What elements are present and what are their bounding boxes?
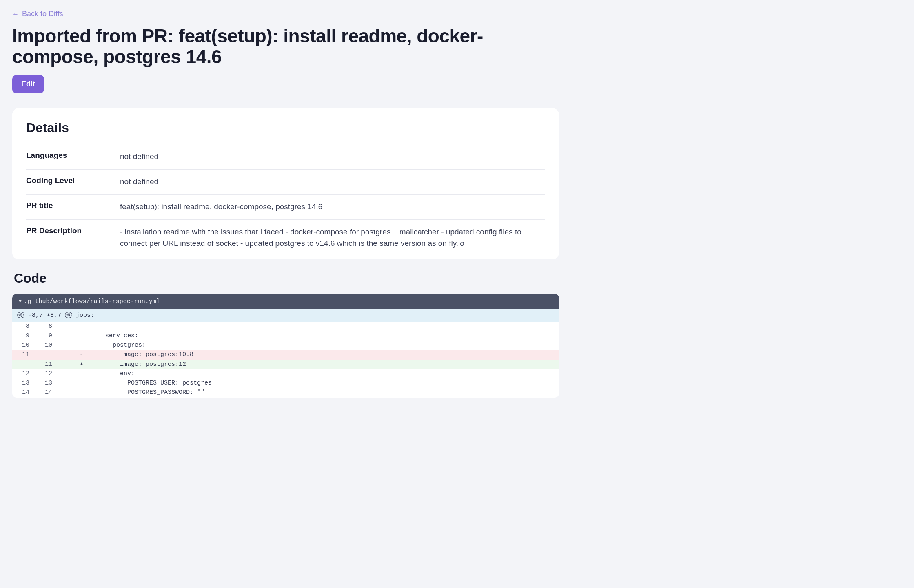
details-value: not defined: [120, 151, 545, 163]
edit-button[interactable]: Edit: [12, 75, 44, 93]
diff-sign: -: [58, 350, 91, 359]
line-number-new: [35, 350, 58, 359]
details-value: feat(setup): install readme, docker-comp…: [120, 201, 545, 213]
details-row: PR Description- installation readme with…: [26, 220, 545, 256]
line-number-old: [12, 360, 35, 369]
diff-content: image: postgres:12: [91, 360, 559, 369]
diff-file-header[interactable]: ▼ .github/workflows/rails-rspec-run.yml: [12, 294, 559, 309]
back-to-diffs-link[interactable]: ← Back to Diffs: [12, 10, 63, 18]
code-heading: Code: [14, 271, 559, 286]
line-number-new: 10: [35, 340, 58, 350]
line-number-old: 14: [12, 388, 35, 397]
diff-sign: [58, 331, 91, 340]
diff-line: 99 services:: [12, 331, 559, 340]
diff-sign: [58, 378, 91, 388]
diff-content: image: postgres:10.8: [91, 350, 559, 359]
diff-sign: [58, 369, 91, 378]
diff-line: 1414 POSTGRES_PASSWORD: "": [12, 388, 559, 397]
details-value: - installation readme with the issues th…: [120, 226, 545, 250]
diff-file-path: .github/workflows/rails-rspec-run.yml: [24, 298, 160, 305]
diff-container: ▼ .github/workflows/rails-rspec-run.yml …: [12, 294, 559, 398]
diff-content: postgres:: [91, 340, 559, 350]
diff-sign: [58, 340, 91, 350]
chevron-down-icon: ▼: [19, 299, 22, 304]
details-row: Coding Levelnot defined: [26, 170, 545, 195]
details-value: not defined: [120, 176, 545, 188]
diff-line: 1313 POSTGRES_USER: postgres: [12, 378, 559, 388]
diff-content: POSTGRES_PASSWORD: "": [91, 388, 559, 397]
diff-line: 1010 postgres:: [12, 340, 559, 350]
diff-line: 11+ image: postgres:12: [12, 360, 559, 369]
details-label: PR Description: [26, 226, 120, 235]
diff-content: env:: [91, 369, 559, 378]
line-number-new: 11: [35, 360, 58, 369]
diff-content: POSTGRES_USER: postgres: [91, 378, 559, 388]
details-heading: Details: [26, 120, 545, 135]
line-number-old: 11: [12, 350, 35, 359]
diff-line: 11- image: postgres:10.8: [12, 350, 559, 359]
line-number-new: 12: [35, 369, 58, 378]
diff-hunk-header: @@ -8,7 +8,7 @@ jobs:: [12, 309, 559, 322]
diff-line: 1212 env:: [12, 369, 559, 378]
line-number-old: 13: [12, 378, 35, 388]
line-number-old: 10: [12, 340, 35, 350]
diff-sign: [58, 322, 91, 331]
line-number-old: 8: [12, 322, 35, 331]
line-number-new: 8: [35, 322, 58, 331]
page-title: Imported from PR: feat(setup): install r…: [12, 26, 559, 67]
diff-content: [91, 322, 559, 331]
diff-sign: +: [58, 360, 91, 369]
details-row: Languagesnot defined: [26, 144, 545, 170]
details-card: Details Languagesnot definedCoding Level…: [12, 108, 559, 259]
details-row: PR titlefeat(setup): install readme, doc…: [26, 195, 545, 220]
diff-line: 88: [12, 322, 559, 331]
line-number-new: 14: [35, 388, 58, 397]
back-link-label: Back to Diffs: [22, 10, 63, 18]
line-number-old: 9: [12, 331, 35, 340]
line-number-new: 13: [35, 378, 58, 388]
line-number-old: 12: [12, 369, 35, 378]
diff-sign: [58, 388, 91, 397]
details-label: Coding Level: [26, 176, 120, 185]
diff-content: services:: [91, 331, 559, 340]
line-number-new: 9: [35, 331, 58, 340]
arrow-left-icon: ←: [12, 11, 19, 18]
details-label: Languages: [26, 151, 120, 160]
details-label: PR title: [26, 201, 120, 210]
